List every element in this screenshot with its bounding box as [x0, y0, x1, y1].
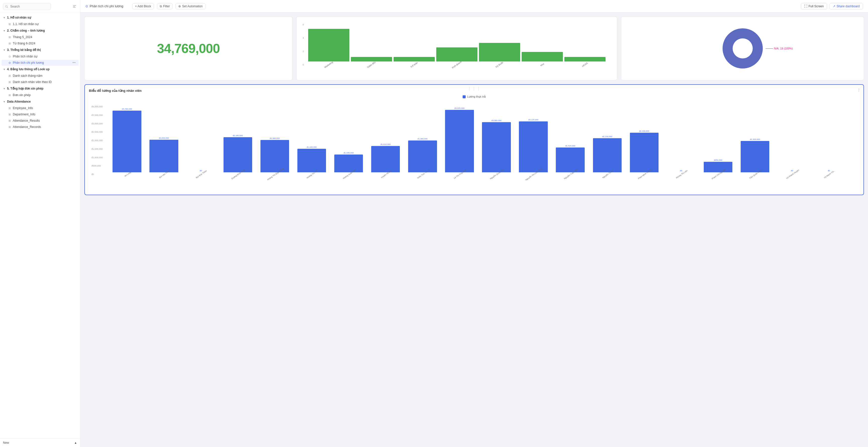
grid-icon: ⊞ [8, 80, 11, 84]
mini-bar-item: Giám đốc [351, 23, 392, 66]
search-input[interactable] [3, 3, 51, 10]
clock-icon: ⊙ [8, 61, 11, 65]
sidebar-group-4[interactable]: ▼ 4. Bảng lưu thông số Look up [0, 66, 80, 72]
main-bar [260, 140, 289, 172]
svg-rect-3 [73, 6, 75, 7]
main-bar-item: đ1,095,000Hoàng Xuân Duy [331, 105, 367, 176]
bar-value-label: đ3,920,000 [449, 107, 469, 109]
mini-bar [436, 47, 477, 62]
bar-value-label: đ1,920,000 [745, 138, 765, 140]
sidebar-item-don-xin-phep[interactable]: ⊞ Đơn xin phép [1, 92, 79, 98]
sidebar-group-3[interactable]: ▼ 3. Thống kê bảng đồ thị [0, 47, 80, 53]
fullscreen-button[interactable]: ⛶ Full Screen [801, 3, 827, 9]
donut-chart: N/A: 19 (100%) [718, 23, 768, 73]
search-icon [5, 5, 8, 8]
sidebar-bottom[interactable]: New ▲ [0, 438, 80, 447]
sidebar-group-5[interactable]: ▼ 5. Tổng hợp đơn xin phép [0, 85, 80, 92]
mini-bar-label: Kỹ thuật [495, 61, 504, 68]
sidebar-search-bar [0, 0, 80, 12]
bar-value-label: đ0 [671, 170, 691, 172]
mini-bar [522, 52, 563, 62]
automation-icon: ⊛ [178, 4, 181, 8]
bar-value-label: đ2,000,000 [154, 137, 174, 139]
sidebar-group-data-attendance[interactable]: ▼ Data Attendance [0, 98, 80, 105]
dashboard-content: 34,769,000 6 4 2 0 MarketingGiám đốcKế t… [81, 12, 868, 447]
bar-value-label: đ650,000 [708, 159, 728, 161]
bar-chart-area: MarketingGiám đốcKế toánKinh doanhKỹ thu… [301, 21, 613, 76]
mini-bar-item: Kho [522, 23, 563, 66]
filter-button[interactable]: ⧉ Filter [157, 3, 173, 9]
main-bar [630, 133, 658, 172]
item-options[interactable]: ••• [72, 61, 75, 65]
chevron-up-icon: ▲ [74, 441, 77, 445]
collapse-button[interactable] [72, 4, 77, 9]
main-bar-chart: đ4,000,000 đ3,500,000 đ3,000,000 đ2,500,… [89, 100, 860, 191]
main-bar [519, 122, 548, 172]
sidebar-item-department-info[interactable]: ⊞ Department_Info [1, 111, 79, 117]
bar-value-label: đ1,095,000 [339, 152, 359, 154]
main-bar-item: đ0Bùi Đức Thiên [183, 105, 219, 176]
grid-icon: ⊞ [8, 36, 11, 39]
main-bars-container: đ3,780,000An Longđ2,000,000Bùi Văn Thứcđ… [89, 100, 860, 191]
sidebar-item-danh-sach-thang-nam[interactable]: ⊞ Danh sách tháng-năm [1, 73, 79, 79]
bar-value-label: đ2,160,000 [228, 134, 248, 137]
drag-handle[interactable]: ⋮⋮⋮ [467, 86, 481, 91]
svg-line-1 [7, 7, 8, 8]
bar-value-label: đ3,780,000 [117, 108, 137, 110]
main-bar-item: đ1,524,000Nguyễn Tuấn Anh [552, 105, 588, 176]
mini-bar-label: Kho [540, 63, 545, 67]
main-bar [445, 110, 474, 172]
main-bar-item: đ1,960,000Kiều Trúc Tùng [405, 105, 440, 176]
grid-icon: ⊞ [8, 107, 11, 110]
mini-bar-label: Kinh doanh [451, 61, 462, 69]
main-bar-item: đ2,430,000Phan Minh Thắng [626, 105, 662, 176]
chart-options-button[interactable]: ⋮ [857, 88, 861, 92]
sidebar-group-1[interactable]: ▼ 1. Hồ sơ nhân sự [0, 14, 80, 21]
topbar-actions: + Add Block ⧉ Filter ⊛ Set Automation [132, 3, 206, 9]
sidebar-group-2[interactable]: ▼ 2. Chấm công – tính lương [0, 27, 80, 34]
mini-bar [479, 43, 520, 62]
sidebar-item-thang5[interactable]: ⊞ Tháng 5_2024 [1, 34, 79, 40]
sidebar-item-thang6[interactable]: ⊞ Từ tháng 6-2024 [1, 40, 79, 46]
main-bar-item: đ2,100,000Nguyễn Tú An [589, 105, 625, 176]
sidebar-item-phan-tich-chi-phi-luong[interactable]: ⊙ Phân tích chi phí lương ••• [1, 60, 79, 66]
main-bar-item: đ1,920,000Trần Quốc Hoàn [737, 105, 773, 176]
add-block-button[interactable]: + Add Block [132, 3, 154, 9]
sidebar-item-ho-so-nhan-su[interactable]: ⊞ 1.1. Hồ sơ nhân sự [1, 21, 79, 27]
main-chart-card: ⋮⋮⋮ Biểu đồ lương của từng nhân viên ⋮ L… [84, 84, 864, 195]
mini-bar-item: Kinh doanh [436, 23, 477, 66]
clock-icon: ⊙ [85, 4, 88, 8]
bar-value-label: đ2,430,000 [634, 130, 654, 132]
main-bar-item: đ2,000,000Bùi Văn Thức [146, 105, 182, 176]
sidebar-item-attendance-results[interactable]: ⊞ Attendance_Results [1, 118, 79, 124]
bar-value-label: đ1,610,000 [375, 143, 396, 145]
share-dashboard-button[interactable]: ↗ Share dashboard [830, 3, 863, 9]
sidebar-item-phan-tich-nhan-su[interactable]: ⊙ Phân tích nhân sự [1, 54, 79, 60]
main-bar [593, 138, 622, 173]
grid-icon: ⊞ [8, 42, 11, 45]
set-automation-button[interactable]: ⊛ Set Automation [176, 3, 205, 9]
mini-bar-chart: 6 4 2 0 MarketingGiám đốcKế toánKinh doa… [301, 21, 613, 76]
legend-color-box [463, 95, 466, 98]
bar-value-label: đ2,100,000 [597, 135, 617, 138]
main-bar-item: đ0Vũ Mạnh Thi... [811, 105, 847, 176]
main-bar-item: đ650,000Phạm Chị Nguyễn [700, 105, 736, 176]
bar-value-label: đ3,080,000 [486, 119, 506, 122]
main-bar-item: đ0Phùng Thị Liên [663, 105, 699, 176]
fullscreen-icon: ⛶ [804, 4, 807, 8]
main-bar-item: đ1,980,000Hoàng Thị Quỳnh Anh [257, 105, 292, 176]
main-bar [334, 154, 363, 172]
grid-icon: ⊞ [8, 74, 11, 77]
grid-icon: ⊞ [8, 119, 11, 123]
share-icon: ↗ [833, 4, 835, 8]
mini-bar [564, 57, 606, 62]
sidebar-item-attendance-records[interactable]: ⊞ Attendance_Records [1, 124, 79, 130]
top-cards-row: 34,769,000 6 4 2 0 MarketingGiám đốcKế t… [84, 16, 864, 80]
grid-icon: ⊞ [8, 113, 11, 116]
legend-label: Lương thực trả [467, 95, 486, 98]
chart-legend: Lương thực trả [89, 95, 860, 98]
sidebar-item-danh-sach-nhan-vien[interactable]: ⊞ Danh sách nhân viên theo ID [1, 79, 79, 85]
main-content: ⊙ Phân tích chi phí lương + Add Block ⧉ … [81, 0, 868, 447]
sidebar-item-employee-info[interactable]: ⊞ Employee_Info [1, 105, 79, 111]
bar-value-label: đ1,524,000 [560, 145, 581, 147]
